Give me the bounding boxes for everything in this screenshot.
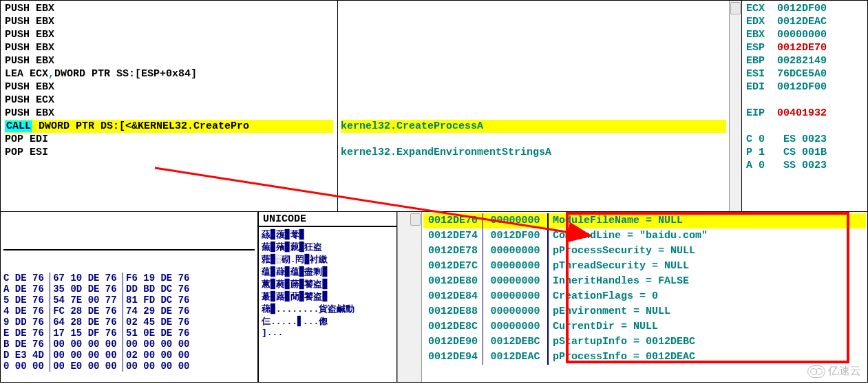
stack-row[interactable]: 0012DE7800000000pProcessSecurity = NULL	[423, 244, 866, 259]
asm-line[interactable]: PUSH EBX	[5, 107, 333, 120]
stack-row[interactable]: 0012DE940012DEACpProcessInfo = 0012DEAC	[423, 350, 866, 365]
stack-val: 00000000	[483, 289, 549, 304]
flag-line[interactable]: C 0 ES 0023	[746, 133, 863, 146]
stack-row[interactable]: 0012DE900012DEBCpStartupInfo = 0012DEBC	[423, 334, 866, 350]
asm-line[interactable]: PUSH EBX	[5, 54, 333, 67]
hex-row[interactable]: 0 00 00 00 E0 00 00 00 00 00 00	[3, 361, 255, 372]
stack-symbol: InheritHandles = FALSE	[549, 274, 866, 289]
hex-bytes-area[interactable]: C DE 76 67 10 DE 76 F6 19 DE 76A DE 76 3…	[1, 212, 259, 382]
stack-scrollbar[interactable]	[410, 212, 422, 382]
hex-row[interactable]: 9 DD 76 64 28 DE 76 02 45 DE 76	[3, 317, 255, 328]
stack-symbol: pProcessSecurity = NULL	[549, 244, 866, 259]
disassembly-pane[interactable]: PUSH EBXPUSH EBXPUSH EBXPUSH EBXPUSH EBX…	[1, 1, 742, 211]
watermark-logo-icon	[807, 365, 825, 378]
hex-row[interactable]: D E3 4D 00 00 00 00 02 00 00 00	[3, 350, 255, 361]
hex-row[interactable]: E DE 76 17 15 DF 76 51 0E DE 76	[3, 328, 255, 339]
register-line[interactable]: EDX 0012DEAC	[746, 15, 863, 28]
scroll-thumb[interactable]	[730, 2, 741, 14]
stack-symbol: pEnvironment = NULL	[549, 304, 866, 319]
stack-row[interactable]: 0012DE8800000000pEnvironment = NULL	[423, 304, 866, 319]
info-line: kernel32.CreateProcessA	[341, 120, 726, 133]
register-line[interactable]: EIP 00401932	[746, 107, 863, 120]
stack-val: 00000000	[483, 244, 549, 259]
stack-addr: 0012DE8C	[423, 319, 483, 334]
unicode-row[interactable]: 蕥▉░砌.罔▉衬繳	[262, 253, 394, 266]
stack-val: 00000000	[483, 213, 549, 228]
asm-line[interactable]: PUSH EBX	[5, 15, 333, 28]
stack-symbol: pStartupInfo = 0012DEBC	[549, 334, 866, 350]
hex-header	[3, 235, 255, 250]
registers-pane[interactable]: ECX 0012DF00EDX 0012DEACEBX 00000000ESP …	[742, 1, 867, 211]
stack-val: 0012DF00	[483, 228, 549, 244]
asm-line[interactable]: PUSH EBX	[5, 28, 333, 41]
stack-val: 00000000	[483, 319, 549, 334]
asm-line[interactable]: PUSH EBX	[5, 2, 333, 15]
stack-pane[interactable]: 0012DE7000000000ModuleFileName = NULL001…	[410, 212, 867, 382]
hex-dump-pane[interactable]: C DE 76 67 10 DE 76 F6 19 DE 76A DE 76 3…	[1, 212, 410, 382]
register-line[interactable]: ESI 76DCE5A0	[746, 67, 863, 81]
asm-line[interactable]: CALL DWORD PTR DS:[<&KERNEL32.CreatePro	[5, 120, 333, 133]
asm-line[interactable]: PUSH ECX	[5, 94, 333, 107]
asm-line[interactable]: POP ESI	[5, 146, 333, 159]
unicode-area[interactable]: UNICODE 蕬▉蕧▉蕶▉蕪▉蕵▉藽▉狂盗蕥▉░砌.罔▉衬繳蕴▉蕼▉蕴▉盡剩▉…	[259, 212, 397, 382]
register-line[interactable]: ECX 0012DF00	[746, 2, 863, 15]
flag-line[interactable]: P 1 CS 001B	[746, 146, 863, 159]
flag-line[interactable]: A 0 SS 0023	[746, 159, 863, 172]
scroll-thumb[interactable]	[410, 213, 421, 226]
stack-addr: 0012DE7C	[423, 259, 483, 274]
info-line	[341, 94, 726, 107]
info-line	[341, 67, 726, 81]
hex-row[interactable]: A DE 76 35 0D DE 76 DD BD DC 76	[3, 284, 255, 295]
register-line[interactable]: EBP 00282149	[746, 54, 863, 67]
info-column[interactable]: kernel32.CreateProcessA kernel32.ExpandE…	[338, 1, 729, 211]
stack-symbol: pProcessInfo = 0012DEAC	[549, 350, 866, 365]
hex-row[interactable]: C DE 76 67 10 DE 76 F6 19 DE 76	[3, 273, 255, 284]
asm-line[interactable]: POP EDI	[5, 133, 333, 146]
hex-row[interactable]: B DE 76 00 00 00 00 00 00 00 00	[3, 339, 255, 350]
register-line[interactable]: ESP 0012DE70	[746, 41, 863, 54]
register-line[interactable]: EDI 0012DF00	[746, 81, 863, 94]
stack-addr: 0012DE80	[423, 274, 483, 289]
info-line	[341, 133, 726, 146]
info-line	[341, 54, 726, 67]
stack-row[interactable]: 0012DE7000000000ModuleFileName = NULL	[423, 213, 866, 228]
info-line	[341, 15, 726, 28]
stack-row[interactable]: 0012DE8400000000CreationFlags = 0	[423, 289, 866, 304]
dump-scrollbar[interactable]	[397, 212, 410, 382]
assembly-column[interactable]: PUSH EBXPUSH EBXPUSH EBXPUSH EBXPUSH EBX…	[1, 1, 338, 211]
hex-row[interactable]: 4 DE 76 FC 28 DE 76 74 29 DE 76	[3, 306, 255, 317]
stack-row[interactable]: 0012DE8C00000000CurrentDir = NULL	[423, 319, 866, 334]
register-line[interactable]	[746, 94, 863, 107]
unicode-row[interactable]: 仨.....▋...偬	[262, 315, 394, 328]
asm-line[interactable]: LEA ECX,DWORD PTR SS:[ESP+0x84]	[5, 67, 333, 81]
stack-val: 00000000	[483, 304, 549, 319]
info-line	[341, 81, 726, 94]
stack-symbol: CreationFlags = 0	[549, 289, 866, 304]
stack-addr: 0012DE70	[423, 213, 483, 228]
stack-val: 0012DEAC	[483, 350, 549, 365]
unicode-row[interactable]: 蕪▉蕵▉藽▉狂盗	[262, 241, 394, 253]
unicode-row[interactable]: 蕴▉蕼▉蕴▉盡剩▉	[262, 266, 394, 278]
unicode-row[interactable]: ]...	[262, 328, 394, 338]
stack-body[interactable]: 0012DE7000000000ModuleFileName = NULL001…	[422, 212, 867, 382]
stack-addr: 0012DE94	[423, 350, 483, 365]
info-line	[341, 107, 726, 120]
hex-row[interactable]: 5 DE 76 54 7E 00 77 81 FD DC 76	[3, 295, 255, 306]
unicode-body[interactable]: 蕬▉蕧▉蕶▉蕪▉蕵▉藽▉狂盗蕥▉░砌.罔▉衬繳蕴▉蕼▉蕴▉盡剩▉蕙▉蕤▉蕂▉饕盗…	[259, 227, 396, 339]
asm-line[interactable]: PUSH EBX	[5, 41, 333, 54]
watermark-text: 亿速云	[828, 364, 861, 378]
stack-val: 00000000	[483, 274, 549, 289]
unicode-row[interactable]: 蕙▉蕤▉蕂▉饕盗▉	[262, 278, 394, 290]
asm-line[interactable]: PUSH EBX	[5, 81, 333, 94]
unicode-row[interactable]: 蕞▉蕗▉蕑▉饕盗▉	[262, 290, 394, 303]
unicode-row[interactable]: 蕬▉蕧▉蕶▉	[262, 228, 394, 241]
register-line[interactable]: EBX 00000000	[746, 28, 863, 41]
stack-addr: 0012DE88	[423, 304, 483, 319]
stack-row[interactable]: 0012DE7C00000000pThreadSecurity = NULL	[423, 259, 866, 274]
hex-body[interactable]: C DE 76 67 10 DE 76 F6 19 DE 76A DE 76 3…	[3, 273, 255, 372]
stack-row[interactable]: 0012DE8000000000InheritHandles = FALSE	[423, 274, 866, 289]
stack-val: 0012DEBC	[483, 334, 549, 350]
unicode-row[interactable]: 蕛▉........貨盗鹹動	[262, 303, 394, 315]
disasm-scrollbar[interactable]	[729, 1, 741, 211]
stack-row[interactable]: 0012DE740012DF00CommandLine = "baidu.com…	[423, 228, 866, 244]
